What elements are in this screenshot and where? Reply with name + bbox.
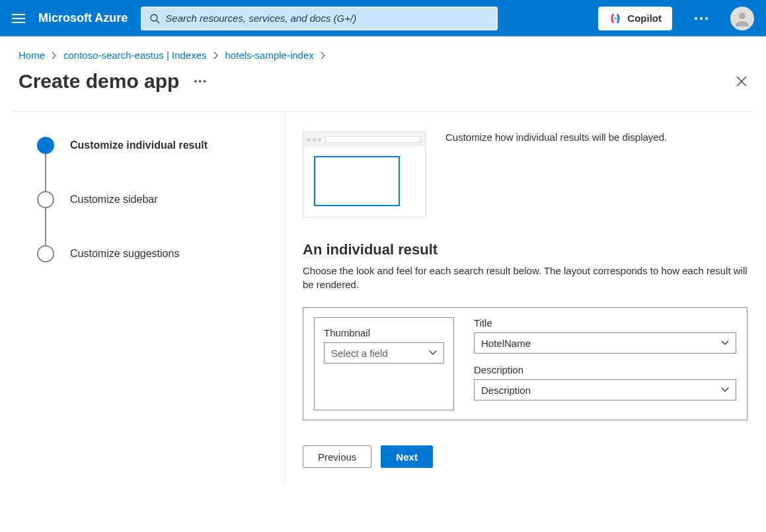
section-title: An individual result bbox=[303, 241, 747, 258]
step-label: Customize sidebar bbox=[70, 194, 158, 206]
page-header: Create demo app ••• bbox=[0, 70, 766, 111]
chevron-right-icon bbox=[321, 52, 326, 59]
step-label: Customize suggestions bbox=[70, 248, 179, 260]
description-label: Description bbox=[474, 364, 736, 375]
intro-text: Customize how individual results will be… bbox=[445, 132, 747, 217]
chevron-down-icon bbox=[429, 350, 437, 356]
copilot-icon bbox=[609, 12, 622, 25]
copilot-button[interactable]: Copilot bbox=[598, 7, 672, 30]
svg-line-1 bbox=[157, 20, 159, 23]
breadcrumb: Home contoso-search-eastus | Indexes hot… bbox=[0, 36, 766, 70]
title-select[interactable]: HotelName bbox=[474, 332, 736, 354]
svg-point-0 bbox=[151, 15, 157, 21]
breadcrumb-item[interactable]: Home bbox=[19, 50, 45, 61]
svg-point-3 bbox=[739, 13, 746, 19]
close-icon[interactable] bbox=[736, 75, 747, 87]
title-label: Title bbox=[474, 317, 736, 328]
step-content: Customize how individual results will be… bbox=[286, 112, 766, 482]
button-label: Next bbox=[396, 451, 418, 463]
more-icon[interactable] bbox=[685, 17, 717, 20]
search-input[interactable] bbox=[165, 13, 489, 24]
thumbnail-box: Thumbnail Select a field bbox=[314, 317, 454, 410]
description-select[interactable]: Description bbox=[474, 379, 736, 400]
chevron-down-icon bbox=[721, 340, 729, 346]
user-icon bbox=[733, 9, 751, 28]
select-value: Select a field bbox=[331, 348, 388, 359]
step-sidebar[interactable]: Customize sidebar bbox=[37, 191, 268, 208]
section-description: Choose the look and feel for each search… bbox=[303, 264, 747, 291]
page-title: Create demo app bbox=[19, 70, 179, 93]
wizard-footer: Previous Next bbox=[303, 420, 747, 482]
copilot-label: Copilot bbox=[627, 13, 662, 24]
chevron-right-icon bbox=[213, 52, 219, 59]
breadcrumb-item[interactable]: hotels-sample-index bbox=[225, 50, 314, 61]
select-value: Description bbox=[481, 385, 531, 396]
step-suggestions[interactable]: Customize suggestions bbox=[37, 245, 268, 262]
next-button[interactable]: Next bbox=[381, 445, 433, 468]
step-individual-result[interactable]: Customize individual result bbox=[37, 137, 268, 154]
chevron-down-icon bbox=[721, 387, 729, 393]
button-label: Previous bbox=[318, 451, 356, 463]
step-connector bbox=[45, 208, 46, 245]
thumbnail-select[interactable]: Select a field bbox=[324, 342, 444, 363]
result-layout-card: Thumbnail Select a field Title HotelName… bbox=[303, 307, 747, 420]
select-value: HotelName bbox=[481, 338, 531, 349]
thumbnail-label: Thumbnail bbox=[324, 327, 444, 338]
wizard-steps: Customize individual result Customize si… bbox=[0, 112, 286, 482]
search-icon bbox=[149, 13, 160, 24]
step-label: Customize individual result bbox=[70, 139, 208, 151]
top-bar: Microsoft Azure Copilot bbox=[0, 0, 766, 36]
step-circle-icon bbox=[37, 137, 54, 154]
step-circle-icon bbox=[37, 245, 54, 262]
title-more-icon[interactable]: ••• bbox=[194, 76, 208, 87]
svg-point-2 bbox=[614, 17, 617, 20]
step-circle-icon bbox=[37, 191, 54, 208]
result-preview-illustration bbox=[303, 132, 426, 217]
brand[interactable]: Microsoft Azure bbox=[38, 11, 128, 25]
step-connector bbox=[45, 154, 46, 191]
breadcrumb-item[interactable]: contoso-search-eastus | Indexes bbox=[63, 50, 207, 61]
menu-icon[interactable] bbox=[12, 14, 25, 23]
previous-button[interactable]: Previous bbox=[303, 445, 371, 468]
avatar[interactable] bbox=[730, 7, 754, 30]
global-search[interactable] bbox=[141, 7, 498, 30]
chevron-right-icon bbox=[52, 52, 57, 59]
